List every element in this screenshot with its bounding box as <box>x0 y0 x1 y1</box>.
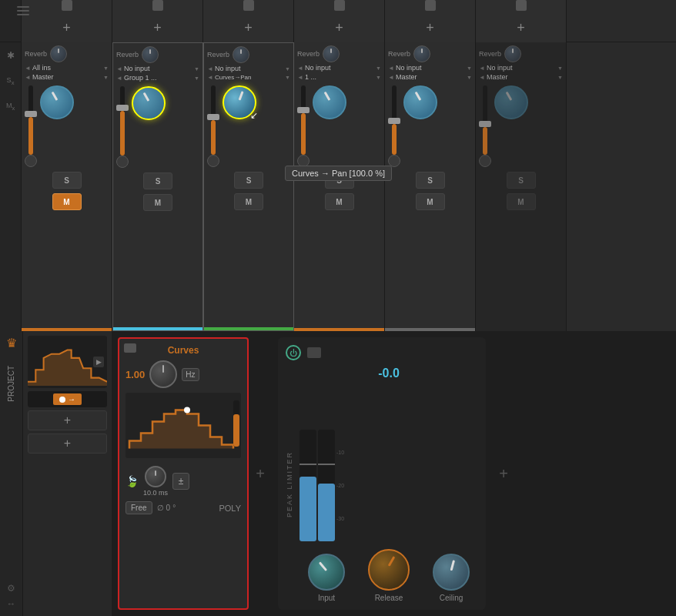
fader-handle-3[interactable] <box>207 114 219 120</box>
fader-5[interactable] <box>388 85 400 155</box>
add-slot-btn-2[interactable]: + <box>28 434 107 454</box>
arrow-icon[interactable]: ↔ <box>4 596 19 611</box>
input-selector-3[interactable]: No input <box>215 65 283 72</box>
input-selector-5[interactable]: No input <box>396 64 465 72</box>
mute-button-4[interactable]: M <box>325 193 354 210</box>
release-knob[interactable] <box>368 549 410 591</box>
output-dropdown-arrow-6[interactable]: ▼ <box>557 75 563 80</box>
channel-top-ch2: + <box>112 0 203 42</box>
output-selector-5[interactable]: Master <box>396 73 465 81</box>
settings-icon[interactable]: ⚙ <box>4 581 19 596</box>
mute-button-2[interactable]: M <box>143 194 172 211</box>
output-selector-4[interactable]: 1 ... <box>305 73 374 81</box>
release-knob-label: Release <box>375 594 403 602</box>
mute-button-5[interactable]: M <box>416 193 445 210</box>
fader-3[interactable] <box>207 85 219 155</box>
add-channel-btn-5[interactable]: + <box>426 20 434 36</box>
m-buttons-5: M <box>416 193 445 210</box>
fader-handle-6[interactable] <box>479 121 491 127</box>
output-dropdown-arrow-3[interactable]: ▼ <box>285 75 290 80</box>
right-add-btn[interactable]: + <box>492 331 515 616</box>
crown-icon[interactable]: ♛ <box>6 336 17 350</box>
output-dropdown-arrow-1[interactable]: ▼ <box>103 75 109 80</box>
output-selector-3[interactable]: Curves→Pan <box>215 74 283 81</box>
peak-limiter-body: PEAK LIMITER -0.0 <box>286 367 478 602</box>
preview-expand-btn[interactable]: ▶ <box>93 357 104 367</box>
input-dropdown-arrow-5[interactable]: ▼ <box>467 65 472 71</box>
pan-knob-4[interactable] <box>313 85 346 119</box>
fader-1[interactable] <box>25 85 37 155</box>
three-lines-icon[interactable] <box>17 6 29 15</box>
solo-btn-3[interactable] <box>207 155 219 167</box>
add-channel-btn-4[interactable]: + <box>335 20 343 36</box>
solo-button-5[interactable]: S <box>416 172 445 189</box>
input-dropdown-arrow-3[interactable]: ▼ <box>285 66 290 72</box>
bottom-section: ♛ PROJECT ⚙ ↔ ▶ → + + Curves 1.00 <box>0 331 676 616</box>
ms-knob[interactable] <box>145 466 166 487</box>
output-dropdown-arrow-5[interactable]: ▼ <box>467 75 472 80</box>
solo-btn-1[interactable] <box>25 155 37 167</box>
mute-button-6[interactable]: M <box>507 193 536 210</box>
input-dropdown-arrow-1[interactable]: ▼ <box>103 65 109 71</box>
plus-minus-btn[interactable]: ± <box>172 473 189 490</box>
output-selector-2[interactable]: Group 1 ... <box>124 74 192 82</box>
add-channel-btn-1[interactable]: + <box>62 20 71 36</box>
ceiling-knob-label: Ceiling <box>440 594 463 602</box>
pan-knob-1[interactable] <box>40 85 74 119</box>
add-channel-btn-2[interactable]: + <box>153 20 162 36</box>
input-selector-4[interactable]: No input <box>305 64 374 72</box>
mute-button-1[interactable]: M <box>52 193 82 210</box>
send-icon[interactable]: Sx <box>7 76 15 86</box>
input-selector-1[interactable]: All ins <box>32 64 102 72</box>
curves-folder-icon[interactable] <box>124 343 136 353</box>
ceiling-knob[interactable] <box>433 554 470 591</box>
fader-4[interactable] <box>297 85 310 155</box>
reverb-knob-1[interactable] <box>50 45 67 62</box>
add-channel-btn-6[interactable]: + <box>517 20 525 36</box>
fader-handle-2[interactable] <box>116 105 129 111</box>
input-dropdown-arrow-6[interactable]: ▼ <box>557 65 563 71</box>
solo-button-6[interactable]: S <box>507 172 536 189</box>
output-selector-1[interactable]: Master <box>32 73 102 81</box>
pan-knob-5[interactable] <box>403 85 437 119</box>
input-knob[interactable] <box>308 554 345 591</box>
pan-knob-2[interactable] <box>132 86 166 120</box>
reverb-knob-3[interactable] <box>233 46 249 63</box>
reverb-knob-5[interactable] <box>413 45 430 62</box>
fader-2[interactable] <box>116 86 129 156</box>
add-channel-btn-3[interactable]: + <box>244 20 253 36</box>
input-selector-6[interactable]: No input <box>487 64 556 72</box>
channel-icon-ch5 <box>425 0 436 11</box>
output-dropdown-arrow-4[interactable]: ▼ <box>376 75 381 80</box>
input-dropdown-arrow-4[interactable]: ▼ <box>376 65 381 71</box>
arrow-control-btn[interactable]: → <box>53 393 82 405</box>
free-dropdown[interactable]: Free <box>125 501 152 514</box>
reverb-knob-2[interactable] <box>142 46 159 63</box>
peak-power-btn[interactable]: ⏻ <box>286 345 301 360</box>
fader-6[interactable] <box>479 85 491 155</box>
fader-handle-4[interactable] <box>297 107 310 113</box>
add-slot-btn-1[interactable]: + <box>28 410 107 430</box>
output-selector-6[interactable]: Master <box>487 73 556 81</box>
curves-main-knob[interactable] <box>149 360 177 388</box>
input-dropdown-arrow-2[interactable]: ▼ <box>194 66 199 72</box>
solo-button-1[interactable]: S <box>52 172 82 189</box>
pan-knob-6[interactable] <box>494 85 528 119</box>
input-selector-2[interactable]: No input <box>124 65 192 72</box>
fader-handle-5[interactable] <box>388 118 400 124</box>
solo-btn-6[interactable] <box>479 155 491 167</box>
output-dropdown-arrow-2[interactable]: ▼ <box>194 75 199 81</box>
solo-button-3[interactable]: S <box>234 172 263 189</box>
solo-btn-2[interactable] <box>116 156 129 168</box>
mute-button-3[interactable]: M <box>234 193 263 210</box>
fader-handle-1[interactable] <box>25 111 37 117</box>
fx-icon[interactable]: ✱ <box>7 50 15 61</box>
add-between-panels[interactable]: + <box>249 331 272 616</box>
cursor-knob-container: ↙ <box>223 85 256 119</box>
reverb-knob-4[interactable] <box>323 45 340 62</box>
hz-dropdown[interactable]: Hz <box>182 368 199 381</box>
reverb-knob-6[interactable] <box>504 45 521 62</box>
solo-button-2[interactable]: S <box>143 172 172 189</box>
peak-folder-btn[interactable] <box>307 347 321 358</box>
midi-icon[interactable]: Mx <box>6 102 15 112</box>
